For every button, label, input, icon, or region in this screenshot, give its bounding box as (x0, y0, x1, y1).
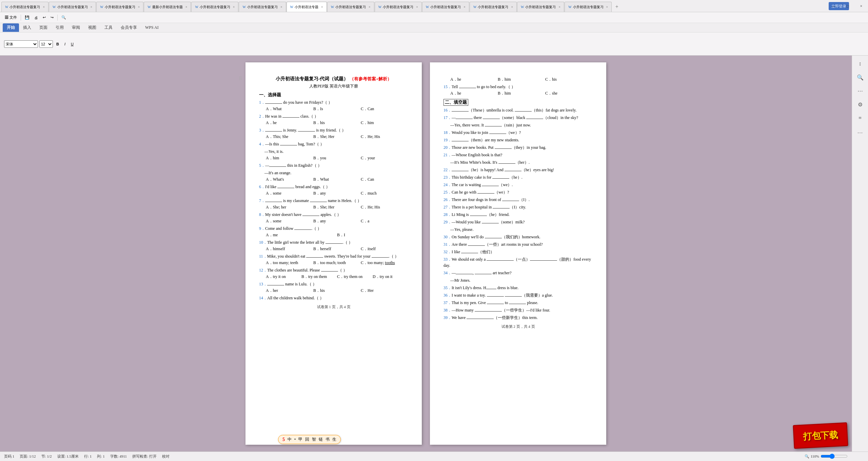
question-5-options: A．What's B．What C．Can (266, 177, 408, 182)
tab-2[interactable]: W 小升初语法专题复习 × (49, 2, 96, 12)
tab-close-7[interactable]: × (321, 5, 323, 9)
zoom-slider[interactable] (821, 454, 848, 459)
tab-10[interactable]: W 小升初语法专题复习 × (422, 2, 469, 12)
minimize-button[interactable]: — (827, 0, 841, 12)
tab-label-9: 小升初语法专题复习 (383, 5, 413, 9)
ribbon-tab-reference[interactable]: 引用 (52, 23, 68, 32)
new-tab-button[interactable]: + (612, 2, 622, 12)
print-btn[interactable]: 🖨 (32, 14, 40, 22)
section1-title: 一、选择题 (259, 92, 408, 98)
download-banner[interactable]: 打包下载 (793, 422, 848, 449)
tab-11[interactable]: W 小升初语法专题复习 × (470, 2, 517, 12)
ribbon-tab-view[interactable]: 视图 (84, 23, 100, 32)
wps-item-1[interactable]: 中 (288, 437, 292, 442)
undo-btn[interactable]: ↩ (41, 14, 48, 22)
search-btn[interactable]: 🔍 (59, 14, 68, 22)
maximize-button[interactable]: □ (841, 0, 854, 12)
tab-icon-13: W (568, 5, 571, 9)
ribbon-tab-wps-ai[interactable]: WPS AI (141, 24, 163, 32)
fill-q37: 37．That is my pen. Give to please. (443, 300, 593, 306)
sidebar-more-icon[interactable]: ⋯ (855, 85, 866, 96)
question-11-options: A．too many; teeth B．too much; tooth C．to… (266, 260, 408, 266)
question-7: 7． is my classmate name is Helen.（ ） (259, 198, 408, 204)
fill-q22: 22．（he）is happy! And （he）eyes are big! (443, 167, 593, 173)
sidebar-search-icon[interactable]: 🔍 (855, 72, 866, 83)
underline-btn[interactable]: U (69, 40, 76, 48)
tab-icon-5: W (195, 5, 198, 9)
sidebar-scroll-icon[interactable]: ↕ (855, 58, 866, 69)
right-sidebar: ↕ 🔍 ⋯ ⚙ ≡ … (852, 56, 868, 452)
tab-12[interactable]: W 小升初语法专题复习 × (517, 2, 564, 12)
sidebar-menu-icon[interactable]: ≡ (855, 113, 866, 123)
ribbon-tab-start[interactable]: 开始 (3, 23, 19, 32)
question-13: 13． name is Lulu.（ ） (259, 281, 408, 287)
font-select[interactable]: 宋体 (4, 40, 38, 48)
tab-close-4[interactable]: × (185, 5, 188, 9)
status-row: 行: 1 (84, 454, 92, 459)
tab-close-8[interactable]: × (369, 5, 371, 9)
ribbon-tab-page[interactable]: 页面 (35, 23, 52, 32)
question-1: 1． do you have on Fridays?（ ） (259, 99, 408, 105)
tab-icon-3: W (100, 5, 103, 9)
tab-label-4: 最新小升初语法专题 (152, 5, 183, 9)
ribbon-font-group: 宋体 12 B I U (4, 40, 76, 48)
status-page: 页码 1 (4, 454, 14, 459)
tab-close-11[interactable]: × (511, 5, 513, 9)
tab-8[interactable]: W 小升初语法专题复习 × (327, 2, 374, 12)
sep-1 (21, 15, 21, 21)
tab-close-5[interactable]: × (233, 5, 235, 9)
ribbon-tab-member[interactable]: 会员专享 (117, 23, 141, 32)
document-page-2: A．he B．him C．his 15．Tell to go to bed ea… (430, 62, 606, 445)
file-menu[interactable]: ☰ 文件 (3, 14, 19, 22)
sidebar-settings-icon[interactable]: ⚙ (855, 99, 866, 110)
ribbon-tab-tools[interactable]: 工具 (100, 23, 117, 32)
wps-item-7[interactable]: 生 (332, 437, 336, 442)
tab-7[interactable]: W 小升初语法专题 × (287, 2, 327, 12)
question-14: 14．All the children walk behind.（ ） (259, 295, 408, 301)
page1-subtitle-red: （有参考答案+解析） (350, 76, 392, 81)
wps-sep-1: • (294, 437, 296, 442)
document-page-1: ⠿ 小升初语法专题复习-代词（试题） （有参考答案+解析） 人教PEP版 英语六… (245, 62, 422, 445)
status-settings: 设置: 1.5厘米 (57, 454, 79, 459)
zoom-controls: 🔍 110% (805, 452, 848, 461)
tab-3[interactable]: W 小升初语法专题复习 × (96, 2, 143, 12)
tab-close-13[interactable]: × (606, 5, 608, 9)
tab-close-6[interactable]: × (280, 5, 282, 9)
wps-item-2[interactable]: 甲 (298, 437, 302, 442)
tab-9[interactable]: W 小升初语法专题复习 × (375, 2, 422, 12)
status-section: 节: 1/2 (41, 454, 52, 459)
tab-close-10[interactable]: × (463, 5, 466, 9)
download-banner-text: 打包下载 (803, 429, 839, 442)
move-handle-1: ⠿ (239, 76, 242, 82)
tab-close-1[interactable]: × (43, 5, 45, 9)
tab-close-2[interactable]: × (91, 5, 93, 9)
tab-4[interactable]: W 最新小升初语法专题 × (144, 2, 191, 12)
question-14-options: A．he B．him C．his (450, 77, 593, 82)
tab-13[interactable]: W 小升初语法专题复习 × (565, 2, 612, 12)
tab-label-7: 小升初语法专题 (295, 5, 318, 9)
font-size-select[interactable]: 12 (39, 40, 53, 48)
wps-item-5[interactable]: 链 (319, 437, 323, 442)
wps-item-6[interactable]: 书 (326, 437, 330, 442)
fill-q39: 39．We have （一些新学生）this term. (443, 315, 593, 321)
ribbon-tab-insert[interactable]: 插入 (19, 23, 35, 32)
tab-1[interactable]: W 小升初语法专题复习 × (1, 2, 48, 12)
wps-item-3[interactable]: 回 (305, 437, 309, 442)
bold-btn[interactable]: B (54, 40, 61, 48)
tab-label-5: 小升初语法专题复习 (200, 5, 230, 9)
ribbon-tab-review[interactable]: 审阅 (68, 23, 84, 32)
sidebar-extra-icon[interactable]: … (855, 126, 866, 137)
tab-close-3[interactable]: × (138, 5, 140, 9)
wps-float-toolbar[interactable]: 5 中 • 甲 回 智 链 书 生 (278, 435, 341, 444)
close-button[interactable]: × (854, 0, 868, 12)
italic-btn[interactable]: I (62, 40, 67, 48)
redo-btn[interactable]: ↪ (48, 14, 56, 22)
wps-item-4[interactable]: 智 (312, 437, 316, 442)
tab-6[interactable]: W 小升初语法专题复习 × (239, 2, 286, 12)
tab-close-12[interactable]: × (558, 5, 560, 9)
fill-q29b: —Yes, please. (443, 226, 593, 233)
save-btn[interactable]: 💾 (23, 14, 32, 22)
tab-close-9[interactable]: × (416, 5, 418, 9)
tab-icon-1: W (5, 5, 8, 9)
tab-5[interactable]: W 小升初语法专题复习 × (191, 2, 238, 12)
